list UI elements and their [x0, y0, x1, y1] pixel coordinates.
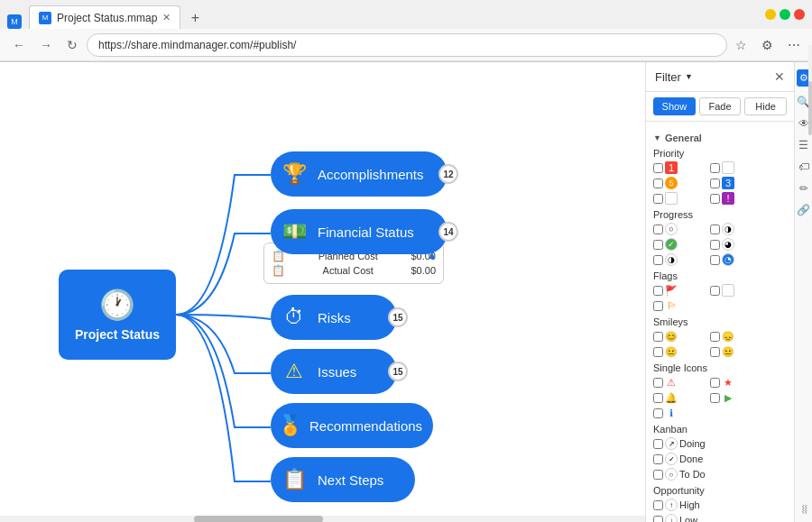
flags-check-3[interactable]: [653, 301, 663, 311]
priority-check-2[interactable]: [710, 163, 720, 173]
active-tab[interactable]: M Project Status.mmap ✕: [29, 5, 180, 29]
priority-check-4[interactable]: [710, 179, 720, 188]
actual-label: Actual Cost: [323, 265, 374, 276]
node-next-steps[interactable]: 📋 Next Steps: [271, 457, 415, 502]
smileys-icon-1: 😊: [665, 330, 678, 343]
central-node[interactable]: 🕐 Project Status: [59, 270, 176, 360]
progress-check-1[interactable]: [653, 224, 663, 234]
extension-btn[interactable]: ⚙: [757, 36, 778, 54]
node-accomplishments[interactable]: 🏆 Accomplishments 12: [271, 151, 448, 197]
nav-bar: ← → ↻ ☆ ⚙ ⋯: [0, 29, 812, 61]
kanban-check-done[interactable]: [653, 454, 663, 464]
priority-check-3[interactable]: [653, 179, 663, 188]
central-node-label: Project Status: [75, 327, 160, 342]
tab-close-btn[interactable]: ✕: [162, 12, 171, 23]
si-check-2[interactable]: [710, 378, 720, 388]
flags-check-2[interactable]: [710, 286, 720, 296]
kanban-check-doing[interactable]: [653, 439, 663, 449]
progress-icon-6: ◔: [722, 253, 734, 266]
pencil-icon[interactable]: ✏: [799, 182, 808, 195]
flags-check-1[interactable]: [653, 286, 663, 296]
progress-check-5[interactable]: [653, 255, 663, 265]
forward-button[interactable]: →: [34, 36, 58, 54]
progress-check-3[interactable]: [653, 240, 663, 250]
opp-high: ↑ High: [653, 499, 787, 511]
priority-check-5[interactable]: [653, 194, 663, 204]
progress-check-6[interactable]: [710, 255, 720, 265]
close-btn[interactable]: [794, 9, 805, 20]
bookmark-btn[interactable]: ☆: [731, 36, 752, 54]
priority-icon-6: !: [722, 192, 734, 205]
progress-check-4[interactable]: [710, 240, 720, 250]
smileys-check-3[interactable]: [653, 347, 663, 357]
new-tab-btn[interactable]: +: [184, 7, 206, 29]
si-cb-3: 🔔: [653, 391, 707, 404]
opp-check-high[interactable]: [653, 500, 663, 510]
progress-cb-3: ✓: [653, 238, 707, 251]
back-button[interactable]: ←: [7, 36, 31, 54]
financial-label: Financial Status: [318, 224, 414, 240]
opp-low-label: Low: [679, 515, 697, 522]
filter-tabs: Show Fade Hide: [646, 92, 794, 122]
h-scrollbar[interactable]: [0, 516, 645, 522]
tab-favicon: M: [39, 12, 51, 24]
priority-check-1[interactable]: [653, 163, 663, 173]
h-scrollbar-thumb[interactable]: [194, 516, 323, 522]
central-node-icon: 🕐: [99, 288, 135, 322]
smileys-cb-1: 😊: [653, 330, 707, 343]
priority-icon-1: 1: [665, 161, 678, 174]
priority-icon-3: 5: [665, 177, 678, 189]
panel-close-btn[interactable]: ✕: [774, 69, 785, 84]
smileys-check-2[interactable]: [710, 332, 720, 342]
general-section-header[interactable]: ▼ General: [653, 133, 787, 143]
priority-cb-4: 3: [710, 177, 764, 189]
si-cb-2: ★: [710, 376, 764, 389]
si-check-4[interactable]: [710, 393, 720, 403]
kanban-doing: ↗ Doing: [653, 437, 787, 450]
maximize-btn[interactable]: [780, 9, 790, 20]
refresh-button[interactable]: ↻: [61, 36, 83, 54]
opportunity-list: ↑ High ↓ Low → Medium – None: [653, 499, 787, 522]
menu-btn[interactable]: ⋯: [783, 36, 805, 54]
filter-tab-hide[interactable]: Hide: [744, 97, 787, 115]
eye-icon[interactable]: 👁: [798, 117, 809, 130]
flags-label: Flags: [653, 270, 787, 281]
minimize-btn[interactable]: [765, 9, 776, 20]
smileys-cb-4: 😐: [710, 345, 764, 358]
opp-check-low[interactable]: [653, 516, 663, 523]
si-icon-1: ⚠: [665, 376, 678, 389]
progress-cb-6: ◔: [710, 253, 764, 266]
address-bar[interactable]: [87, 33, 727, 57]
node-risks[interactable]: ⏱ Risks 15: [271, 295, 397, 340]
progress-icon-2: ◑: [722, 223, 734, 235]
si-check-5[interactable]: [653, 408, 663, 418]
tag-icon[interactable]: 🏷: [798, 160, 809, 173]
si-icon-4: ▶: [722, 391, 734, 404]
filter-tab-fade[interactable]: Fade: [699, 97, 742, 115]
slider-icon[interactable]: ⧛: [798, 503, 809, 516]
smileys-icon-4: 😐: [722, 345, 734, 358]
smileys-check-4[interactable]: [710, 347, 720, 357]
si-check-1[interactable]: [653, 378, 663, 388]
progress-label: Progress: [653, 209, 787, 220]
smileys-check-1[interactable]: [653, 332, 663, 342]
progress-cb-4: ◕: [710, 238, 764, 251]
panel-content: ▼ General Priority 1 5: [646, 122, 794, 522]
node-financial[interactable]: 💵 Financial Status 14: [271, 209, 448, 254]
link-icon[interactable]: 🔗: [797, 204, 810, 216]
node-recommendations[interactable]: 🏅 Recommendations: [271, 403, 433, 448]
flags-icon-1: 🚩: [665, 284, 678, 297]
kanban-icon-doing: ↗: [665, 437, 678, 450]
filter-tab-show[interactable]: Show: [653, 97, 696, 115]
actual-icon: 📋: [272, 264, 285, 277]
list-icon[interactable]: ☰: [798, 139, 808, 151]
smileys-icon-3: 😐: [665, 345, 678, 358]
si-check-3[interactable]: [653, 393, 663, 403]
priority-check-6[interactable]: [710, 194, 720, 204]
kanban-label: Kanban: [653, 424, 787, 435]
node-issues[interactable]: ⚠ Issues 15: [271, 349, 397, 394]
kanban-check-todo[interactable]: [653, 470, 663, 480]
single-icons-label: Single Icons: [653, 362, 787, 373]
si-icon-5: ℹ: [665, 407, 678, 419]
progress-check-2[interactable]: [710, 224, 720, 234]
